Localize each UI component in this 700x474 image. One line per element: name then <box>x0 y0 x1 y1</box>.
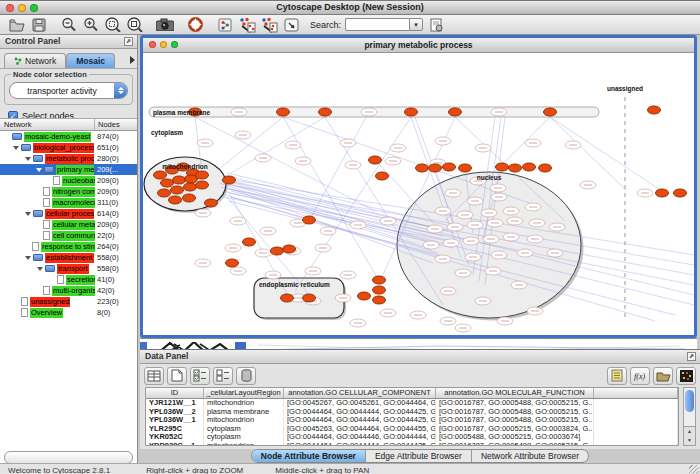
graph-node[interactable] <box>459 164 472 172</box>
tree-row-nucleobase-[interactable]: nucleobase-209(0) <box>0 175 137 186</box>
graph-node[interactable] <box>243 238 256 246</box>
layout-redo-icon[interactable] <box>260 17 278 33</box>
graph-node[interactable] <box>416 164 429 172</box>
graph-node[interactable] <box>449 108 462 116</box>
import-attributes-icon[interactable] <box>653 367 673 385</box>
zoom-in-icon[interactable] <box>82 17 100 33</box>
tree-row-secretion[interactable]: secretion41(0) <box>0 274 137 285</box>
graph-node[interactable] <box>405 108 418 116</box>
table-scrollbar-arrows[interactable]: ▲▼ <box>684 426 695 445</box>
expander-icon[interactable] <box>25 212 31 216</box>
graph-node[interactable] <box>183 194 196 202</box>
float-panel-icon[interactable]: ⬈ <box>124 37 133 46</box>
tree-column-nodes[interactable]: Nodes <box>95 119 137 130</box>
attribute-table-icon[interactable] <box>144 367 164 385</box>
session-file-icon[interactable] <box>427 17 445 33</box>
tree-row-response-to-stimulu[interactable]: response to stimulu264(0) <box>0 241 137 252</box>
zoom-out-icon[interactable] <box>60 17 78 33</box>
graph-node[interactable] <box>283 245 296 253</box>
table-row[interactable]: YPL036W__2plasma membrane[GO:0044464, GO… <box>146 408 678 417</box>
table-scrollbar-thumb[interactable] <box>685 390 694 412</box>
table-column-header[interactable]: annotation.GO CELLULAR_COMPONENT <box>284 388 436 398</box>
table-row[interactable]: YDR039C__1mitochondrion[GO:0044464, GO:0… <box>146 442 678 447</box>
expander-icon[interactable] <box>25 157 31 161</box>
graph-node[interactable] <box>648 106 661 114</box>
graph-node[interactable] <box>158 189 171 197</box>
table-row[interactable]: YKR052Ccytoplasm[GO:0044464, GO:0044446,… <box>146 433 678 442</box>
tree-row-unassigned[interactable]: unassigned223(0) <box>0 296 137 307</box>
node-color-combobox[interactable]: transporter activity <box>9 82 128 99</box>
graph-node[interactable] <box>161 179 174 187</box>
attribute-matrix-icon[interactable] <box>676 367 696 385</box>
annotation-select-icon[interactable] <box>282 17 300 33</box>
graph-node[interactable] <box>205 199 218 207</box>
graph-node[interactable] <box>373 286 386 294</box>
graph-node[interactable] <box>376 172 389 180</box>
graph-node[interactable] <box>173 176 186 184</box>
graph-node[interactable] <box>319 108 332 116</box>
table-row[interactable]: YJR121W__1mitochondrion[GO:0045267, GO:0… <box>146 399 678 408</box>
graph-node[interactable] <box>226 259 239 267</box>
tree-row-establishment-of-lo[interactable]: establishment of lo558(0) <box>0 252 137 263</box>
graph-node[interactable] <box>303 216 316 224</box>
delete-attribute-icon[interactable] <box>236 367 256 385</box>
table-column-header[interactable]: _cellularLayoutRegion <box>204 388 284 398</box>
graph-node[interactable] <box>154 171 167 179</box>
zoom-selected-region-icon[interactable] <box>104 17 122 33</box>
graph-node[interactable] <box>281 294 294 302</box>
tree-row-multi-organism-pro[interactable]: multi-organism pro42(0) <box>0 285 137 296</box>
table-column-header[interactable]: ID <box>146 388 204 398</box>
modify-network-icon[interactable] <box>216 17 234 33</box>
tab-network-attribute-browser[interactable]: Network Attribute Browser <box>471 450 588 462</box>
graph-node[interactable] <box>369 156 382 164</box>
graph-node[interactable] <box>674 189 687 197</box>
graph-node[interactable] <box>358 292 371 300</box>
save-session-icon[interactable] <box>30 17 48 33</box>
table-column-header[interactable]: annotation.GO MOLECULAR_FUNCTION <box>436 388 594 398</box>
select-attributes-icon[interactable] <box>190 367 210 385</box>
graph-node[interactable] <box>169 196 182 204</box>
search-dropdown-icon[interactable]: ▼ <box>409 18 423 31</box>
tree-row-metabolic-process[interactable]: metabolic process280(0) <box>0 153 137 164</box>
layout-undo-icon[interactable] <box>238 17 256 33</box>
tree-row-transport[interactable]: transport558(0) <box>0 263 137 274</box>
graph-node[interactable] <box>429 164 442 172</box>
tree-row-overview[interactable]: Overview8(0) <box>0 307 137 318</box>
graph-node[interactable] <box>656 189 669 197</box>
graph-node[interactable] <box>277 108 290 116</box>
graph-node[interactable] <box>539 164 552 172</box>
tree-row-mosaic-demo-yeast[interactable]: mosaic-demo-yeast874(0) <box>0 131 137 142</box>
table-row[interactable]: YLR295Ccytoplasm[GO:0045263, GO:0044464,… <box>146 425 678 434</box>
graph-node[interactable] <box>171 186 184 194</box>
tab-network[interactable]: Network <box>4 53 66 68</box>
graph-node[interactable] <box>373 296 386 304</box>
float-data-panel-icon[interactable]: ⬈ <box>687 352 696 361</box>
open-session-icon[interactable] <box>8 17 26 33</box>
tree-row-nitrogen-compo[interactable]: nitrogen compo209(0) <box>0 186 137 197</box>
tree-row-cell-communicat[interactable]: cell communicat22(0) <box>0 230 137 241</box>
tab-edge-attribute-browser[interactable]: Edge Attribute Browser <box>365 450 471 462</box>
tab-mosaic[interactable]: Mosaic <box>66 53 115 68</box>
table-scrollbar[interactable]: ▲▼ <box>683 387 696 446</box>
expander-icon[interactable] <box>13 146 19 150</box>
graph-node[interactable] <box>523 163 536 171</box>
expander-icon[interactable] <box>25 256 31 260</box>
graph-node[interactable] <box>196 181 209 189</box>
network-view-titlebar[interactable]: primary metabolic process <box>143 38 694 53</box>
tab-scroll-right-icon[interactable] <box>130 56 135 64</box>
expander-icon[interactable] <box>37 267 43 271</box>
search-input[interactable] <box>345 18 409 31</box>
table-row[interactable]: YPL036W__1mitochondrion[GO:0044464, GO:0… <box>146 416 678 425</box>
help-icon[interactable] <box>186 17 204 33</box>
graph-node[interactable] <box>303 294 316 302</box>
graph-node[interactable] <box>509 164 522 172</box>
tree-row-cellular-metabo[interactable]: cellular metabo209(0) <box>0 219 137 230</box>
graph-node[interactable] <box>544 108 557 116</box>
resize-grip[interactable] <box>689 465 699 474</box>
tree-row-primary-metabol[interactable]: primary metabol209(... <box>0 164 137 175</box>
expander-icon[interactable] <box>36 168 42 172</box>
graph-node[interactable] <box>443 163 456 171</box>
function-builder-icon[interactable]: f(x) <box>630 367 650 385</box>
tree-row-cellular-process[interactable]: cellular process614(0) <box>0 208 137 219</box>
create-attribute-icon[interactable] <box>167 367 187 385</box>
